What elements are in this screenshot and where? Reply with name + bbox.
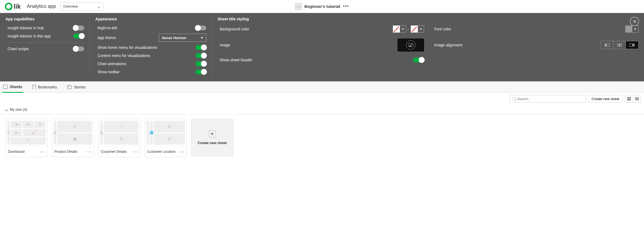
context-menu-label: Context menu for visualizations [95, 53, 195, 58]
view-toggle [625, 95, 641, 103]
list-icon [635, 97, 639, 100]
rtl-row: Right-to-left [95, 24, 206, 32]
app-header: lik Analytics app Overview Beginner's tu… [0, 0, 644, 13]
sheet-card[interactable]: ⊡🌐 ⊡ Customer Location ⋯ [145, 119, 187, 157]
triangle-down-icon [420, 28, 422, 30]
insight-hub-label: Insight Advisor in hub [5, 26, 73, 30]
close-icon: ✕ [633, 19, 636, 24]
list-view-button[interactable] [633, 95, 640, 102]
theme-value: Sense Horizon [162, 36, 186, 40]
chart-scripts-toggle[interactable] [73, 46, 84, 51]
create-sheet-button[interactable]: Create new sheet [588, 95, 623, 103]
create-sheet-card[interactable]: + Create new sheet [191, 119, 233, 156]
sheet-cards: ⊡ ◔#1◷ ⫾⫾📈 ⤒ Dashboard ⋯ ⊡ ⫾⫾ ▦ Product … [0, 114, 644, 161]
insight-app-row: Insight Advisor in this app [5, 32, 84, 40]
font-color-label: Font color [432, 27, 451, 31]
image-label: Image [217, 43, 230, 47]
bg-color-start-picker[interactable] [393, 26, 406, 33]
color-range-separator: - [408, 27, 409, 31]
sheets-toolbar: Create new sheet [0, 93, 644, 105]
tab-stories-label: Stories [74, 85, 86, 89]
tab-bookmarks[interactable]: Bookmarks [31, 81, 58, 93]
chevron-down-icon [5, 108, 8, 111]
create-sheet-label: Create new sheet [198, 141, 227, 145]
sheet-card[interactable]: ⊡ ∴ ☷ Customer Details ⋯ [98, 119, 140, 157]
sheet-thumbnail: ⊡ ⫾⫾ ▦ [52, 119, 94, 146]
align-right-button[interactable] [626, 41, 638, 49]
more-menu-button[interactable]: ••• [343, 4, 349, 9]
chart-scripts-label: Chart scripts [5, 47, 73, 51]
sheet-nav-icon[interactable] [295, 3, 302, 10]
triangle-down-icon [402, 28, 404, 30]
sheet-thumbnail: ⊡🌐 ⊡ [145, 119, 187, 146]
rtl-toggle[interactable] [195, 26, 206, 30]
tab-sheets[interactable]: Sheets [2, 82, 23, 93]
image-icon [408, 43, 413, 47]
capabilities-title: App capabilities [5, 17, 84, 21]
sheet-header-label: Show sheet header [217, 58, 252, 62]
insight-hub-row: Insight Advisor in hub [5, 24, 84, 32]
grid-view-button[interactable] [625, 95, 633, 102]
hover-menu-label: Show hover menu for visualizations [95, 45, 195, 50]
card-more-button[interactable]: ⋯ [179, 149, 184, 155]
align-row: Image alignment [432, 37, 639, 53]
sheet-icon [296, 5, 300, 8]
sheet-thumbnail: ⊡ ◔#1◷ ⫾⫾📈 ⤒ [6, 119, 47, 146]
sheet-card[interactable]: ⊡ ⫾⫾ ▦ Product Details ⋯ [52, 119, 94, 157]
align-left-button[interactable] [601, 41, 613, 49]
align-center-button[interactable] [613, 41, 626, 49]
section-title: My own (4) [10, 107, 27, 112]
theme-label: App theme [95, 36, 159, 40]
no-color-swatch-icon [411, 26, 418, 33]
plus-icon: + [209, 131, 216, 138]
close-button[interactable]: ✕ [630, 17, 639, 26]
sheet-thumbnail: ⊡ ∴ ☷ [99, 119, 140, 146]
animations-toggle[interactable] [195, 61, 206, 66]
search-icon [512, 97, 516, 100]
theme-select[interactable]: Sense Horizon [159, 34, 206, 42]
sheets-icon [3, 85, 8, 89]
tab-stories[interactable]: Stories [66, 81, 87, 93]
no-color-swatch-icon [393, 26, 400, 33]
view-dropdown[interactable]: Overview [60, 2, 104, 11]
image-row: Image [217, 37, 424, 53]
app-name: Analytics app [27, 4, 56, 9]
bg-color-end-picker[interactable] [411, 26, 424, 33]
align-label: Image alignment [432, 43, 463, 47]
sheet-card[interactable]: ⊡ ◔#1◷ ⫾⫾📈 ⤒ Dashboard ⋯ [5, 119, 48, 157]
insight-app-toggle[interactable] [73, 34, 84, 39]
insight-hub-toggle[interactable] [73, 26, 84, 30]
search-box[interactable] [510, 95, 586, 103]
toolbar-row: Show toolbar [95, 68, 206, 76]
font-color-picker[interactable] [625, 26, 639, 33]
appearance-column: Appearance Right-to-left App theme Sense… [90, 17, 212, 76]
triangle-down-icon [201, 37, 203, 39]
search-input[interactable] [517, 97, 583, 101]
hover-menu-row: Show hover menu for visualizations [95, 43, 206, 52]
theme-row: App theme Sense Horizon [95, 32, 206, 43]
styling-title: Sheet title styling [217, 17, 639, 21]
styling-column: Sheet title styling Background color - [212, 17, 644, 76]
align-left-icon [605, 43, 610, 47]
card-more-button[interactable]: ⋯ [86, 149, 91, 155]
insight-app-label: Insight Advisor in this app [5, 34, 73, 38]
hover-menu-toggle[interactable] [195, 45, 206, 50]
sheet-header-toggle[interactable] [413, 58, 424, 62]
card-more-button[interactable]: ⋯ [40, 149, 45, 155]
qlik-logo[interactable]: lik [5, 3, 21, 10]
rtl-label: Right-to-left [95, 26, 195, 30]
font-color-row: Font color [432, 24, 639, 34]
image-picker-button[interactable] [397, 39, 424, 52]
triangle-down-icon [634, 28, 636, 30]
chevron-down-icon [98, 5, 101, 8]
context-menu-toggle[interactable] [195, 53, 206, 58]
card-more-button[interactable]: ⋯ [133, 149, 138, 155]
align-group [601, 41, 639, 49]
sheet-title: Customer Location [147, 150, 176, 154]
logo-text: lik [14, 3, 21, 10]
nav-tabs: Sheets Bookmarks Stories [0, 81, 644, 93]
gray-swatch-icon [625, 26, 632, 33]
tab-sheets-label: Sheets [10, 85, 22, 89]
section-my-own[interactable]: My own (4) [0, 105, 644, 114]
toolbar-toggle[interactable] [195, 69, 206, 74]
